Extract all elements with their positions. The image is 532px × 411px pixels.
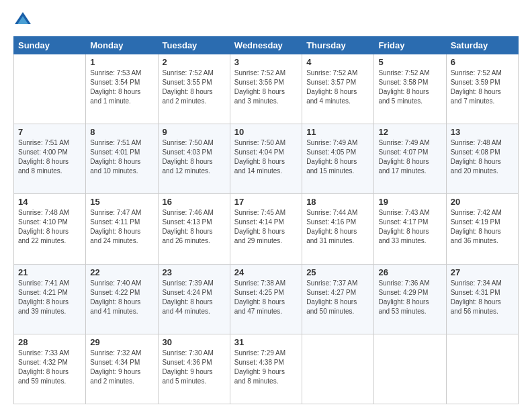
day-number: 9 [163, 127, 226, 137]
calendar-cell: 31Sunrise: 7:29 AM Sunset: 4:38 PM Dayli… [230, 334, 302, 404]
day-number: 31 [234, 337, 298, 347]
calendar-cell: 16Sunrise: 7:46 AM Sunset: 4:13 PM Dayli… [158, 194, 230, 264]
calendar-cell [374, 334, 446, 404]
calendar-cell [14, 54, 86, 124]
calendar-cell: 27Sunrise: 7:34 AM Sunset: 4:31 PM Dayli… [446, 264, 518, 334]
calendar-cell: 19Sunrise: 7:43 AM Sunset: 4:17 PM Dayli… [374, 194, 446, 264]
calendar-cell: 22Sunrise: 7:40 AM Sunset: 4:22 PM Dayli… [86, 264, 158, 334]
day-number: 27 [451, 267, 514, 277]
week-row-2: 7Sunrise: 7:51 AM Sunset: 4:00 PM Daylig… [14, 124, 519, 194]
calendar-cell: 21Sunrise: 7:41 AM Sunset: 4:21 PM Dayli… [14, 264, 86, 334]
day-number: 24 [234, 267, 298, 277]
day-info: Sunrise: 7:43 AM Sunset: 4:17 PM Dayligh… [378, 208, 441, 246]
calendar-cell: 9Sunrise: 7:50 AM Sunset: 4:03 PM Daylig… [158, 124, 230, 194]
calendar-cell: 15Sunrise: 7:47 AM Sunset: 4:11 PM Dayli… [86, 194, 158, 264]
calendar-cell: 6Sunrise: 7:52 AM Sunset: 3:59 PM Daylig… [446, 54, 518, 124]
calendar-cell: 29Sunrise: 7:32 AM Sunset: 4:34 PM Dayli… [86, 334, 158, 404]
day-info: Sunrise: 7:30 AM Sunset: 4:36 PM Dayligh… [163, 349, 226, 386]
day-info: Sunrise: 7:33 AM Sunset: 4:32 PM Dayligh… [18, 349, 81, 386]
day-info: Sunrise: 7:50 AM Sunset: 4:04 PM Dayligh… [234, 138, 298, 176]
day-info: Sunrise: 7:48 AM Sunset: 4:08 PM Dayligh… [451, 138, 514, 176]
day-number: 19 [378, 197, 441, 207]
day-number: 4 [306, 57, 369, 67]
day-info: Sunrise: 7:51 AM Sunset: 4:00 PM Dayligh… [18, 138, 81, 176]
weekday-saturday: Saturday [446, 37, 518, 54]
day-info: Sunrise: 7:47 AM Sunset: 4:11 PM Dayligh… [90, 208, 153, 246]
day-info: Sunrise: 7:36 AM Sunset: 4:29 PM Dayligh… [378, 279, 441, 316]
day-info: Sunrise: 7:39 AM Sunset: 4:24 PM Dayligh… [163, 279, 226, 316]
week-row-5: 28Sunrise: 7:33 AM Sunset: 4:32 PM Dayli… [14, 334, 519, 404]
day-info: Sunrise: 7:45 AM Sunset: 4:14 PM Dayligh… [234, 208, 298, 246]
day-number: 5 [378, 57, 441, 67]
day-number: 7 [18, 127, 81, 137]
calendar-cell: 8Sunrise: 7:51 AM Sunset: 4:01 PM Daylig… [86, 124, 158, 194]
week-row-3: 14Sunrise: 7:48 AM Sunset: 4:10 PM Dayli… [14, 194, 519, 264]
day-number: 11 [306, 127, 369, 137]
day-number: 15 [90, 197, 153, 207]
calendar-cell: 12Sunrise: 7:49 AM Sunset: 4:07 PM Dayli… [374, 124, 446, 194]
page: SundayMondayTuesdayWednesdayThursdayFrid… [0, 0, 532, 411]
calendar-cell: 20Sunrise: 7:42 AM Sunset: 4:19 PM Dayli… [446, 194, 518, 264]
day-number: 22 [90, 267, 153, 277]
day-info: Sunrise: 7:51 AM Sunset: 4:01 PM Dayligh… [90, 138, 153, 176]
day-info: Sunrise: 7:44 AM Sunset: 4:16 PM Dayligh… [306, 208, 369, 246]
calendar-cell: 30Sunrise: 7:30 AM Sunset: 4:36 PM Dayli… [158, 334, 230, 404]
day-info: Sunrise: 7:52 AM Sunset: 3:58 PM Dayligh… [378, 68, 441, 106]
day-info: Sunrise: 7:52 AM Sunset: 3:59 PM Dayligh… [451, 68, 514, 106]
day-info: Sunrise: 7:41 AM Sunset: 4:21 PM Dayligh… [18, 279, 81, 316]
day-info: Sunrise: 7:46 AM Sunset: 4:13 PM Dayligh… [163, 208, 226, 246]
day-info: Sunrise: 7:48 AM Sunset: 4:10 PM Dayligh… [18, 208, 81, 246]
weekday-wednesday: Wednesday [230, 37, 302, 54]
day-info: Sunrise: 7:29 AM Sunset: 4:38 PM Dayligh… [234, 349, 298, 386]
day-number: 2 [163, 57, 226, 67]
week-row-1: 1Sunrise: 7:53 AM Sunset: 3:54 PM Daylig… [14, 54, 519, 124]
day-number: 20 [451, 197, 514, 207]
day-number: 18 [306, 197, 369, 207]
day-info: Sunrise: 7:53 AM Sunset: 3:54 PM Dayligh… [90, 68, 153, 106]
day-info: Sunrise: 7:38 AM Sunset: 4:25 PM Dayligh… [234, 279, 298, 316]
calendar-cell: 25Sunrise: 7:37 AM Sunset: 4:27 PM Dayli… [302, 264, 374, 334]
calendar-cell: 17Sunrise: 7:45 AM Sunset: 4:14 PM Dayli… [230, 194, 302, 264]
day-number: 21 [18, 267, 81, 277]
calendar-cell: 11Sunrise: 7:49 AM Sunset: 4:05 PM Dayli… [302, 124, 374, 194]
day-info: Sunrise: 7:34 AM Sunset: 4:31 PM Dayligh… [451, 279, 514, 316]
calendar-cell: 4Sunrise: 7:52 AM Sunset: 3:57 PM Daylig… [302, 54, 374, 124]
calendar-cell: 14Sunrise: 7:48 AM Sunset: 4:10 PM Dayli… [14, 194, 86, 264]
day-number: 26 [378, 267, 441, 277]
calendar-cell: 7Sunrise: 7:51 AM Sunset: 4:00 PM Daylig… [14, 124, 86, 194]
day-info: Sunrise: 7:52 AM Sunset: 3:56 PM Dayligh… [234, 68, 298, 106]
logo [13, 11, 35, 30]
calendar-cell: 10Sunrise: 7:50 AM Sunset: 4:04 PM Dayli… [230, 124, 302, 194]
day-number: 28 [18, 337, 81, 347]
day-number: 16 [163, 197, 226, 207]
calendar-cell [446, 334, 518, 404]
calendar-cell [302, 334, 374, 404]
calendar-cell: 13Sunrise: 7:48 AM Sunset: 4:08 PM Dayli… [446, 124, 518, 194]
day-info: Sunrise: 7:40 AM Sunset: 4:22 PM Dayligh… [90, 279, 153, 316]
weekday-tuesday: Tuesday [158, 37, 230, 54]
weekday-header-row: SundayMondayTuesdayWednesdayThursdayFrid… [14, 37, 519, 54]
week-row-4: 21Sunrise: 7:41 AM Sunset: 4:21 PM Dayli… [14, 264, 519, 334]
day-number: 23 [163, 267, 226, 277]
day-number: 14 [18, 197, 81, 207]
day-number: 30 [163, 337, 226, 347]
day-number: 13 [451, 127, 514, 137]
calendar-cell: 5Sunrise: 7:52 AM Sunset: 3:58 PM Daylig… [374, 54, 446, 124]
day-info: Sunrise: 7:49 AM Sunset: 4:05 PM Dayligh… [306, 138, 369, 176]
day-info: Sunrise: 7:50 AM Sunset: 4:03 PM Dayligh… [163, 138, 226, 176]
day-number: 1 [90, 57, 153, 67]
calendar-cell: 3Sunrise: 7:52 AM Sunset: 3:56 PM Daylig… [230, 54, 302, 124]
day-number: 17 [234, 197, 298, 207]
weekday-friday: Friday [374, 37, 446, 54]
calendar-cell: 28Sunrise: 7:33 AM Sunset: 4:32 PM Dayli… [14, 334, 86, 404]
day-info: Sunrise: 7:49 AM Sunset: 4:07 PM Dayligh… [378, 138, 441, 176]
weekday-sunday: Sunday [14, 37, 86, 54]
calendar-table: SundayMondayTuesdayWednesdayThursdayFrid… [13, 36, 519, 404]
day-info: Sunrise: 7:32 AM Sunset: 4:34 PM Dayligh… [90, 349, 153, 386]
calendar-cell: 2Sunrise: 7:52 AM Sunset: 3:55 PM Daylig… [158, 54, 230, 124]
day-info: Sunrise: 7:52 AM Sunset: 3:57 PM Dayligh… [306, 68, 369, 106]
day-number: 12 [378, 127, 441, 137]
logo-icon [13, 11, 32, 30]
day-number: 3 [234, 57, 298, 67]
calendar-cell: 26Sunrise: 7:36 AM Sunset: 4:29 PM Dayli… [374, 264, 446, 334]
